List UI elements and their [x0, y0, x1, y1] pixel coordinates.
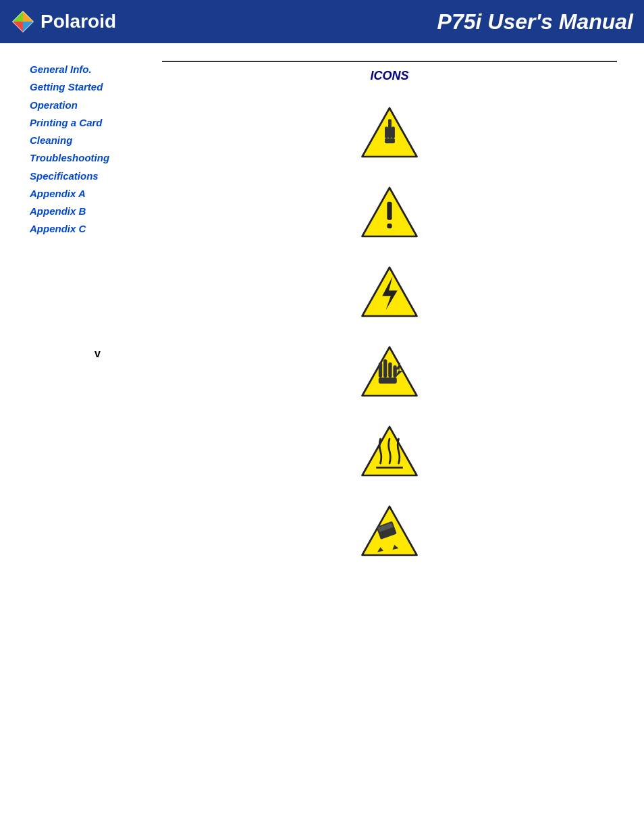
- content-area: General Info.Getting StartedOperationPri…: [0, 43, 644, 564]
- svg-rect-8: [388, 124, 392, 138]
- important-note-icon: [359, 105, 420, 160]
- sidebar-item-appendix-b[interactable]: Appendix B: [30, 203, 149, 220]
- logo-text: Polaroid: [41, 11, 116, 32]
- svg-rect-14: [387, 224, 392, 228]
- icon-exclamation: [359, 184, 420, 240]
- icon-heat: [359, 423, 420, 479]
- divider: [162, 61, 617, 62]
- page-number: v: [95, 348, 644, 360]
- svg-marker-5: [23, 22, 33, 32]
- svg-rect-13: [387, 202, 392, 220]
- logo-area: Polaroid: [11, 9, 116, 34]
- sidebar-item-getting-started[interactable]: Getting Started: [30, 78, 149, 96]
- svg-marker-4: [13, 22, 23, 32]
- svg-marker-3: [13, 11, 23, 22]
- polaroid-logo-icon: [11, 9, 35, 34]
- manual-title: P75i User's Manual: [437, 9, 633, 34]
- sidebar-item-printing-a-card[interactable]: Printing a Card: [30, 114, 149, 132]
- svg-rect-22: [379, 377, 397, 384]
- sidebar-item-general-info[interactable]: General Info.: [30, 61, 149, 78]
- page-header: Polaroid P75i User's Manual: [0, 0, 644, 43]
- icon-fragile: [359, 503, 420, 558]
- electrical-hazard-icon: [359, 264, 420, 319]
- sidebar-item-cleaning[interactable]: Cleaning: [30, 132, 149, 149]
- sidebar-item-appendix-c[interactable]: Appendix C: [30, 220, 149, 238]
- svg-marker-2: [23, 11, 33, 22]
- svg-rect-7: [385, 126, 388, 138]
- sidebar-item-specifications[interactable]: Specifications: [30, 167, 149, 185]
- sidebar: General Info.Getting StartedOperationPri…: [0, 54, 149, 564]
- fragile-icon: [359, 503, 420, 558]
- icon-lightning: [359, 264, 420, 319]
- sidebar-item-appendix-a[interactable]: Appendix A: [30, 185, 149, 203]
- icon-finger-point: [359, 105, 420, 160]
- sidebar-item-operation[interactable]: Operation: [30, 97, 149, 114]
- icons-list: [162, 99, 617, 564]
- section-title: ICONS: [162, 69, 617, 83]
- svg-rect-9: [392, 126, 395, 138]
- main-content: ICONS: [149, 54, 644, 564]
- svg-rect-11: [388, 120, 392, 125]
- svg-rect-18: [379, 363, 382, 378]
- svg-rect-10: [385, 138, 395, 143]
- svg-rect-19: [383, 359, 387, 377]
- heat-hazard-icon: [359, 423, 420, 479]
- sidebar-item-troubleshooting[interactable]: Troubleshooting: [30, 149, 149, 167]
- svg-rect-20: [388, 363, 392, 378]
- warning-icon: [359, 184, 420, 240]
